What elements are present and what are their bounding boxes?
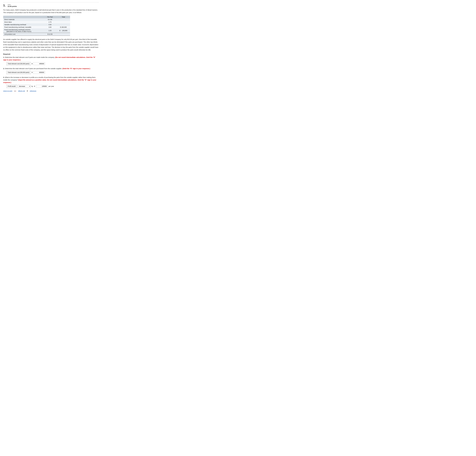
outside-text: An outside supplier has offered to suppl… xyxy=(3,38,99,51)
required-item-2.: 2. Determine the total relevant cost if … xyxy=(3,67,99,74)
required-item-header: 2. Determine the total relevant cost if … xyxy=(3,67,99,70)
cost-row-label: Direct labor xyxy=(3,21,43,23)
cost-row-total xyxy=(57,21,70,23)
profit-dollar-sign: $ xyxy=(34,85,35,88)
references-icon: ⊘ xyxy=(27,90,28,92)
cost-row-label: Variable manufacturing overhead xyxy=(3,23,43,26)
question-number: 1. xyxy=(3,4,6,7)
answer-input[interactable] xyxy=(33,62,45,65)
answer-row: Total relevant cost (60,000 parts)$ xyxy=(6,71,99,74)
cost-row-per-part: $ 12.50 xyxy=(43,33,57,36)
required-item-red-text: (Omit the "$" sign in your response.) xyxy=(62,68,90,69)
answer-label-box: Total relevant cost (60,000 parts) xyxy=(6,62,31,65)
references-link[interactable]: references xyxy=(30,90,36,92)
profit-direction-select[interactable]: decreaseincrease xyxy=(18,85,31,88)
cost-row-per-part: 2.25 xyxy=(43,28,57,33)
cost-row-per-part: 2.75 xyxy=(43,21,57,23)
cost-row-total xyxy=(57,18,70,21)
required-label: Required: xyxy=(3,53,99,55)
cost-row-total: $ 135,000 xyxy=(57,28,70,33)
required-item-header: 1. Determine the total relevant cost if … xyxy=(3,56,99,61)
value-label: value: xyxy=(8,4,17,5)
ebook-icon: 📖 xyxy=(14,90,16,92)
cost-row-total: $ 180,000 xyxy=(57,26,70,28)
required-item-number: 3. xyxy=(3,76,5,79)
profit-value-input[interactable] xyxy=(36,85,48,88)
profit-would-label: Profit would xyxy=(6,84,17,88)
required-item-text: Determine the total relevant cost if par… xyxy=(5,56,55,58)
cost-row-per-part: 3.00 xyxy=(43,26,57,28)
dollar-sign: $ xyxy=(32,71,33,74)
col-header-total: Total xyxy=(57,16,70,18)
answer-label-box: Total relevant cost (60,000 parts) xyxy=(6,71,31,74)
check-my-work-link[interactable]: check my work xyxy=(3,90,12,92)
answer-input[interactable] xyxy=(33,71,45,74)
value-points: 10.00 points xyxy=(8,5,17,7)
cost-row-label: Fixed manufacturing overhead, traceable xyxy=(3,26,43,28)
cost-row-label: Direct materials xyxy=(3,18,43,21)
required-item-number: 1. xyxy=(3,56,5,59)
required-item-header: 3. What is the increase or decrease in p… xyxy=(3,76,99,84)
cost-row-total xyxy=(57,33,70,36)
footer-links: check my work 📖 eBook Link ⊘ references xyxy=(3,90,99,92)
cost-row-per-part: 0.50 xyxy=(43,23,57,26)
cost-row-total xyxy=(57,23,70,26)
required-item-1.: 1. Determine the total relevant cost if … xyxy=(3,56,99,65)
required-item-text: Determine the total relevant cost if par… xyxy=(5,68,62,69)
cost-row-label: Unit product cost xyxy=(3,33,43,36)
dollar-sign: $ xyxy=(32,62,33,65)
cost-row-label: Fixed manufacturing overhead,common(allo… xyxy=(3,28,43,33)
cost-table: Per Part Total Direct materials$ 4.00Dir… xyxy=(3,16,70,36)
intro-text: For many years, Diehl Company has produc… xyxy=(3,9,99,14)
cost-row-per-part: $ 4.00 xyxy=(43,18,57,21)
required-item-number: 2. xyxy=(3,67,5,70)
per-year-label: per year xyxy=(49,85,54,87)
ebook-link[interactable]: eBook Link xyxy=(18,90,25,92)
by-label: by xyxy=(31,85,33,87)
required-item-3.: 3. What is the increase or decrease in p… xyxy=(3,76,99,88)
col-header-per-part: Per Part xyxy=(43,16,57,18)
answer-row: Total relevant cost (60,000 parts)$ xyxy=(6,62,99,65)
profit-row: Profit woulddecreaseincreaseby$per year xyxy=(6,84,99,88)
